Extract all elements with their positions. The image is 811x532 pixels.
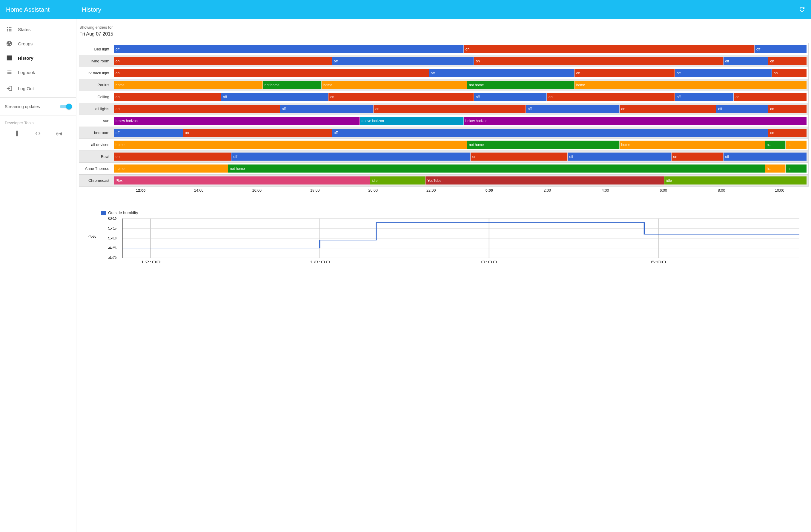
timeline-segment[interactable]: on	[734, 93, 807, 101]
timeline-segment[interactable]: on	[114, 93, 221, 101]
timeline-segment[interactable]: home	[322, 81, 467, 89]
timeline-bar[interactable]: below horizonabove horizonbelow horizon	[114, 117, 807, 125]
timeline-segment[interactable]: home	[619, 141, 765, 149]
timeline-bar[interactable]: onoffonoffon	[114, 57, 807, 65]
timeline-segment[interactable]: off	[114, 129, 183, 137]
timeline-bar[interactable]: onoffonoffon	[114, 69, 807, 77]
timeline-tick: 12:00	[112, 188, 170, 192]
timeline-segment[interactable]: off	[723, 57, 769, 65]
date-picker[interactable]: Fri Aug 07 2015	[79, 30, 122, 38]
timeline-segment[interactable]: home	[114, 81, 263, 89]
timeline-segment[interactable]: on	[114, 105, 280, 113]
timeline-bar[interactable]: onoffonoffonoffon	[114, 93, 807, 101]
timeline-segment[interactable]: on	[114, 69, 429, 77]
timeline-segment[interactable]: on	[768, 105, 807, 113]
timeline-segment[interactable]: off	[231, 153, 470, 161]
remote-icon[interactable]	[13, 129, 21, 138]
timeline-segment[interactable]: off	[332, 57, 474, 65]
timeline-segment[interactable]: off	[221, 93, 329, 101]
svg-text:50: 50	[108, 236, 117, 240]
timeline-segment[interactable]: off	[568, 153, 672, 161]
timeline-segment[interactable]: on	[619, 105, 717, 113]
date-picker-label: Showing entries for	[79, 25, 809, 30]
timeline-row: living roomonoffonoffon	[79, 55, 808, 67]
timeline-segment[interactable]: off	[716, 105, 768, 113]
timeline-segment[interactable]: below horizon	[464, 117, 807, 125]
timeline-segment[interactable]: on	[114, 153, 231, 161]
timeline-tick: 8:00	[692, 188, 751, 192]
timeline-segment[interactable]: h..	[765, 165, 786, 173]
timeline-segment[interactable]: not home	[263, 81, 322, 89]
timeline-segment[interactable]: not home	[467, 81, 575, 89]
apps-icon	[6, 26, 18, 33]
divider	[0, 115, 76, 116]
timeline-segment[interactable]: off	[429, 69, 575, 77]
timeline-row: ChromecastPlexidleYouTubeidle	[79, 175, 808, 187]
timeline-segment[interactable]: on	[672, 153, 723, 161]
sidebar-item-history[interactable]: History	[0, 51, 76, 65]
timeline-segment[interactable]: on	[772, 69, 807, 77]
timeline-segment[interactable]: off	[675, 69, 772, 77]
refresh-button[interactable]	[793, 0, 811, 19]
timeline-segment[interactable]: Plex	[114, 176, 370, 185]
timeline-segment[interactable]: off	[114, 45, 464, 53]
timeline-segment[interactable]: idle	[664, 176, 807, 185]
timeline-segment[interactable]: on	[768, 129, 807, 137]
timeline-segment[interactable]: home	[575, 81, 807, 89]
timeline-tick: 2:00	[518, 188, 577, 192]
timeline-segment[interactable]: home	[114, 141, 467, 149]
timeline-row-label: living room	[79, 55, 112, 67]
timeline-bar[interactable]: offonoff	[114, 45, 807, 53]
timeline-segment[interactable]: h..	[786, 141, 807, 149]
broadcast-icon[interactable]	[55, 129, 63, 138]
timeline-segment[interactable]: off	[332, 129, 769, 137]
timeline-segment[interactable]: off	[474, 93, 547, 101]
timeline-segment[interactable]: not home	[228, 165, 765, 173]
timeline-segment[interactable]: home	[114, 165, 228, 173]
timeline-segment[interactable]: YouTube	[426, 176, 664, 185]
timeline-segment[interactable]: idle	[370, 176, 426, 185]
sidebar-item-states[interactable]: States	[0, 22, 76, 36]
timeline-bar[interactable]: homenot homehomen..h..	[114, 141, 807, 149]
timeline-row: Anne Theresehomenot homeh..n..	[79, 163, 808, 175]
timeline-segment[interactable]: n..	[765, 141, 786, 149]
timeline-segment[interactable]: above horizon	[360, 117, 464, 125]
timeline-bar[interactable]: PlexidleYouTubeidle	[114, 176, 807, 185]
timeline-bar[interactable]: homenot homeh..n..	[114, 165, 807, 173]
timeline-row: Ceilingonoffonoffonoffon	[79, 91, 808, 103]
timeline-segment[interactable]: on	[183, 129, 332, 137]
timeline-segment[interactable]: on	[547, 93, 675, 101]
timeline-bar[interactable]: offonoffon	[114, 129, 807, 137]
timeline-segment[interactable]: on	[474, 57, 723, 65]
timeline-row-label: Bed light	[79, 43, 112, 55]
timeline-segment[interactable]: off	[526, 105, 619, 113]
streaming-toggle[interactable]	[60, 103, 72, 110]
timeline-segment[interactable]: n..	[786, 165, 807, 173]
timeline-segment[interactable]: off	[754, 45, 807, 53]
sidebar-item-label: History	[18, 56, 33, 61]
timeline-segment[interactable]: off	[280, 105, 373, 113]
timeline-segment[interactable]: not home	[467, 141, 619, 149]
timeline-segment[interactable]: on	[768, 57, 807, 65]
timeline-bar[interactable]: onoffonoffonoffon	[114, 105, 807, 113]
sidebar-item-logbook[interactable]: Logbook	[0, 65, 76, 79]
timeline-row-label: bedroom	[79, 127, 112, 139]
timeline-segment[interactable]: on	[575, 69, 675, 77]
streaming-label: Streaming updates	[5, 104, 40, 109]
timeline-segment[interactable]: on	[328, 93, 474, 101]
timeline-segment[interactable]: below horizon	[114, 117, 360, 125]
timeline-bar[interactable]: onoffonoffonoff	[114, 153, 807, 161]
timeline-segment[interactable]: on	[114, 57, 332, 65]
code-brackets-icon[interactable]	[34, 129, 42, 138]
legend-label: Outside humidity	[108, 210, 138, 215]
sidebar-item-groups[interactable]: Groups	[0, 36, 76, 51]
list-icon	[6, 69, 18, 76]
timeline-segment[interactable]: on	[464, 45, 754, 53]
timeline-segment[interactable]: off	[675, 93, 734, 101]
timeline-segment[interactable]: off	[723, 153, 807, 161]
timeline-row: bedroomoffonoffon	[79, 127, 808, 139]
timeline-bar[interactable]: homenot homehomenot homehome	[114, 81, 807, 89]
timeline-segment[interactable]: on	[373, 105, 526, 113]
timeline-segment[interactable]: on	[471, 153, 568, 161]
sidebar-item-logout[interactable]: Log Out	[0, 81, 76, 95]
